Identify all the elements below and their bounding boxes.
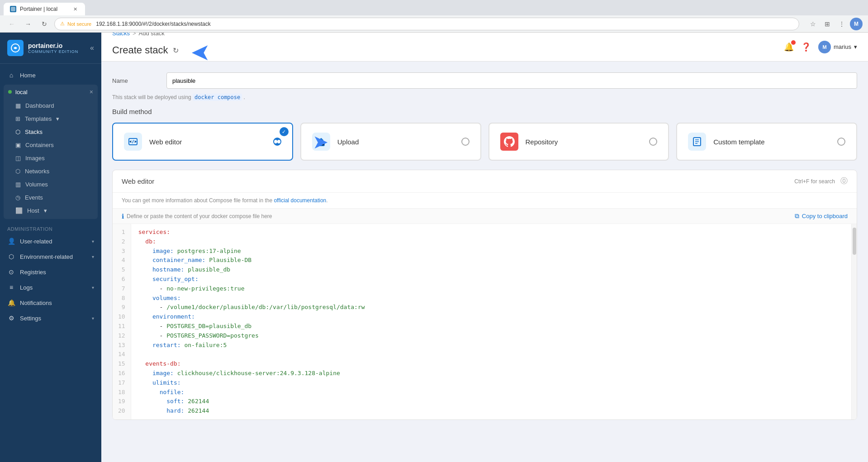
logo-icon (7, 40, 24, 56)
active-tab[interactable]: Portainer | local ✕ (4, 3, 85, 15)
code-line-11: - POSTGRES_DB=plausible_db (138, 322, 844, 331)
build-card-repository[interactable]: Repository (489, 123, 669, 161)
sidebar-item-volumes[interactable]: ▥ Volumes (11, 178, 98, 191)
sidebar-item-registries[interactable]: ⊙ Registries (0, 264, 101, 280)
notifications-icon: 🔔 (7, 299, 15, 306)
sidebar-item-home[interactable]: ⌂ Home (0, 67, 101, 83)
code-line-14 (138, 350, 844, 359)
sidebar-item-dashboard[interactable]: ▦ Dashboard (11, 99, 98, 112)
stacks-icon: ⬡ (15, 129, 20, 135)
networks-label: Networks (25, 168, 49, 175)
logs-chevron: ▾ (92, 285, 94, 290)
sidebar-item-host[interactable]: ⬜ Host ▾ (11, 204, 98, 217)
user-related-label: User-related (20, 238, 87, 245)
settings-chevron: ▾ (92, 316, 94, 321)
copy-to-clipboard-button[interactable]: ⧉ Copy to clipboard (795, 212, 848, 220)
logo-main-text: portainer.io (28, 42, 78, 49)
editor-hint-text: You can get more information about Compo… (122, 197, 272, 204)
sidebar-item-containers[interactable]: ▣ Containers (11, 138, 98, 152)
env-status-dot (8, 90, 12, 94)
web-editor-icon (124, 133, 142, 151)
env-close-button[interactable]: × (90, 88, 93, 95)
svg-rect-0 (11, 7, 15, 11)
reload-button[interactable]: ↻ (38, 18, 51, 30)
sidebar-item-networks[interactable]: ⬡ Networks (11, 165, 98, 178)
upload-radio[interactable] (461, 138, 470, 146)
sidebar-item-notifications[interactable]: 🔔 Notifications (0, 295, 101, 310)
arrow-annotation: ➤ (190, 38, 210, 66)
extensions-button[interactable]: ⊞ (821, 18, 834, 30)
volumes-icon: ▥ (15, 181, 21, 188)
code-line-20: hard: 262144 (138, 406, 844, 416)
dashboard-icon: ▦ (15, 102, 21, 109)
build-card-custom-template[interactable]: Custom template (676, 123, 857, 161)
networks-icon: ⬡ (15, 168, 20, 175)
sidebar-item-templates[interactable]: ⊞ Templates ▾ (11, 112, 98, 125)
web-editor-radio[interactable] (273, 138, 281, 146)
notifications-bell-button[interactable]: 🔔 (784, 42, 794, 52)
build-card-web-editor[interactable]: Web editor ✓ ➤ (112, 123, 293, 161)
address-bar[interactable]: ⚠ Not secure 192.168.1.18:9000/#!/2/dock… (54, 18, 799, 30)
host-icon: ⬜ (15, 207, 23, 214)
user-related-chevron: ▾ (92, 239, 94, 244)
notifications-label: Notifications (20, 300, 94, 306)
code-line-7: - no-new-privileges:true (138, 284, 844, 294)
browser-user-avatar[interactable]: M (850, 18, 863, 30)
browser-tabs: Portainer | local ✕ (0, 0, 868, 15)
custom-template-icon (688, 133, 706, 151)
images-icon: ◫ (15, 155, 21, 162)
code-line-2: db: (138, 237, 844, 247)
bookmark-button[interactable]: ☆ (806, 18, 819, 30)
sidebar-item-images[interactable]: ◫ Images (11, 152, 98, 165)
registries-icon: ⊙ (7, 268, 15, 276)
settings-label: Settings (20, 315, 87, 322)
name-input[interactable] (166, 72, 857, 89)
user-menu-button[interactable]: M marius ▾ (818, 41, 857, 53)
repository-radio[interactable] (649, 138, 657, 146)
code-line-1: services: (138, 228, 844, 237)
editor-define-bar: ℹ Define or paste the content of your do… (113, 208, 857, 224)
help-button[interactable]: ❓ (801, 42, 811, 52)
selected-checkmark: ✓ (280, 127, 289, 136)
sidebar-item-stacks[interactable]: ⬡ Stacks (11, 125, 98, 138)
user-icon: 👤 (7, 238, 15, 245)
sidebar-item-user-related[interactable]: 👤 User-related ▾ (0, 233, 101, 249)
sidebar-item-logs[interactable]: ≡ Logs ▾ (0, 280, 101, 295)
custom-template-radio[interactable] (837, 138, 845, 146)
scrollbar-track[interactable] (851, 224, 857, 419)
code-content[interactable]: services: db: image: postgres:17-alpine … (131, 224, 851, 419)
menu-button[interactable]: ⋮ (835, 18, 848, 30)
custom-template-label: Custom template (713, 138, 764, 146)
sidebar-env-section: local × ▦ Dashboard ⊞ Templates ▾ ⬡ (4, 85, 98, 219)
logs-label: Logs (20, 284, 87, 291)
editor-title: Web editor (122, 177, 154, 185)
editor-actions: Ctrl+F for search ⓪ (794, 176, 848, 186)
env-label: local (15, 89, 86, 95)
settings-icon: ⚙ (7, 314, 15, 322)
define-info-icon: ℹ (122, 213, 124, 220)
images-label: Images (25, 155, 45, 162)
not-secure-label: Not secure (67, 21, 91, 27)
sidebar-item-env-related[interactable]: ⬡ Environment-related ▾ (0, 249, 101, 264)
logs-icon: ≡ (7, 284, 15, 291)
refresh-button[interactable]: ↻ (173, 46, 179, 55)
tab-close-button[interactable]: ✕ (71, 5, 79, 13)
code-line-13: restart: on-failure:5 (138, 341, 844, 350)
code-line-12: - POSTGRES_PASSWORD=postgres (138, 331, 844, 341)
scrollbar-thumb[interactable] (853, 228, 856, 255)
code-editor[interactable]: 12345 678910 1112131415 1617181920 servi… (113, 224, 857, 419)
events-icon: ◷ (15, 194, 20, 201)
sidebar-item-events[interactable]: ◷ Events (11, 191, 98, 204)
notification-badge (791, 40, 796, 45)
back-button[interactable]: ← (5, 18, 18, 30)
sidebar-item-settings[interactable]: ⚙ Settings ▾ (0, 310, 101, 326)
breadcrumb-stacks-link[interactable]: Stacks (112, 33, 130, 37)
code-line-19: soft: 262144 (138, 397, 844, 406)
web-editor-section: Web editor Ctrl+F for search ⓪ You can g… (112, 170, 857, 420)
dashboard-label: Dashboard (25, 102, 54, 109)
sidebar-toggle-button[interactable]: « (90, 44, 94, 52)
sidebar-env-header: local × (4, 85, 98, 99)
official-docs-link[interactable]: official documentation (274, 197, 326, 204)
forward-button[interactable]: → (22, 18, 34, 30)
env-related-chevron: ▾ (92, 254, 94, 259)
